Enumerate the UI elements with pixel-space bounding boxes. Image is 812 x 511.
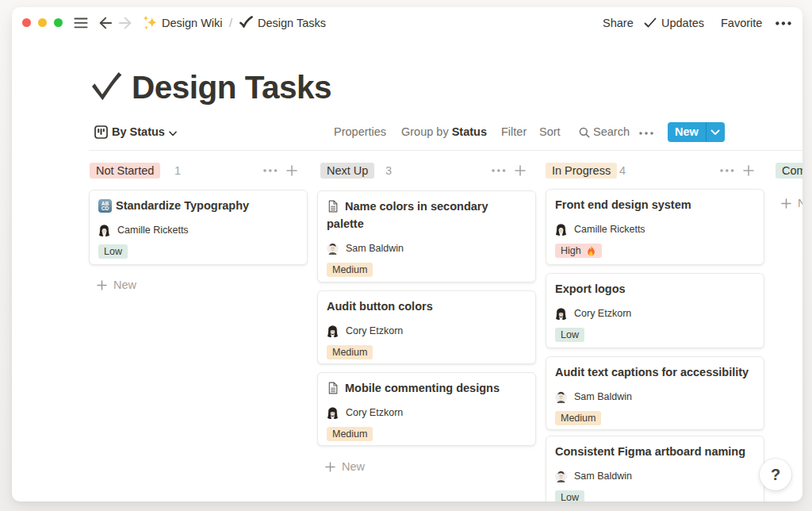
svg-text:CD: CD (102, 206, 109, 211)
